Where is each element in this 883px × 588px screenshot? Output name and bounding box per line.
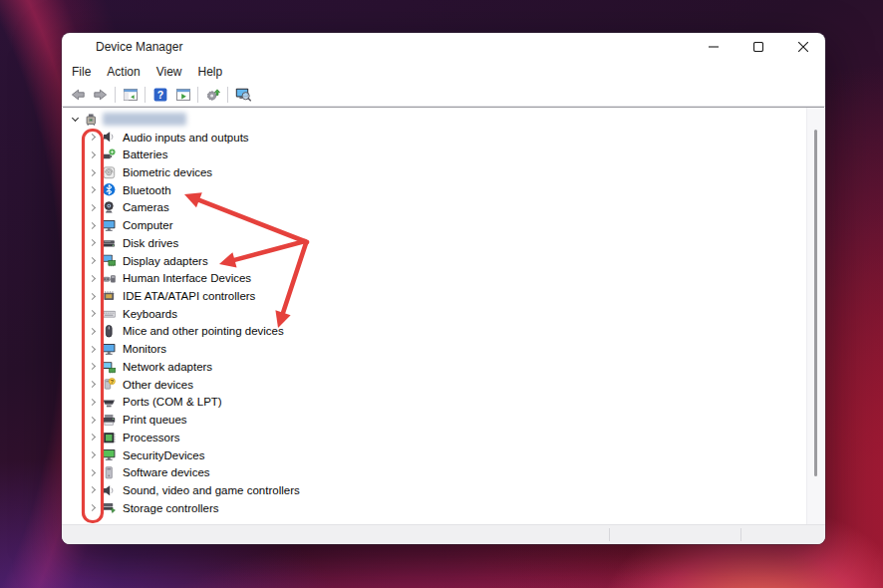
- device-manager-icon: [83, 112, 99, 128]
- tree-item-processors[interactable]: Processors: [63, 429, 806, 446]
- expand-chevron-icon[interactable]: [83, 487, 101, 492]
- scrollbar-thumb[interactable]: [814, 130, 817, 476]
- printer-icon: [101, 412, 117, 428]
- tree-item-monitors[interactable]: Monitors: [63, 340, 806, 358]
- hid-icon: [102, 271, 117, 286]
- disk-icon: [102, 236, 117, 251]
- port-icon: [102, 395, 117, 410]
- expand-chevron-icon[interactable]: [83, 400, 101, 405]
- tree-item-bluetooth[interactable]: Bluetooth: [63, 181, 806, 199]
- expand-chevron-icon[interactable]: [83, 170, 101, 175]
- chip-icon: [102, 289, 117, 304]
- tree-item-batteries[interactable]: Batteries: [63, 146, 806, 163]
- tree-item-storage-controllers[interactable]: Storage controllers: [63, 499, 806, 517]
- tree-item-human-interface-devices[interactable]: Human Interface Devices: [63, 269, 806, 287]
- softbox-icon: [101, 464, 117, 480]
- tree-item-securitydevices[interactable]: SecurityDevices: [63, 446, 806, 464]
- expand-chevron-icon[interactable]: [83, 223, 101, 228]
- tree-item-cameras[interactable]: Cameras: [63, 199, 806, 217]
- menu-bar: FileActionViewHelp: [62, 60, 825, 84]
- menu-item-action[interactable]: Action: [99, 62, 147, 82]
- tree-item-label: Bluetooth: [123, 184, 171, 196]
- desktop-wallpaper: Device Manager FileActionViewHelp ? Audi…: [0, 0, 883, 588]
- tree-item-biometric-devices[interactable]: Biometric devices: [63, 163, 806, 181]
- bluetooth-icon: [102, 182, 117, 197]
- battery-icon: [102, 147, 117, 162]
- network-icon: [102, 360, 117, 375]
- maximize-button[interactable]: [736, 33, 780, 60]
- tree-item-label: Human Interface Devices: [123, 272, 251, 284]
- expand-chevron-icon[interactable]: [83, 205, 101, 210]
- collapse-chevron-icon[interactable]: [67, 118, 83, 121]
- tree-item-label: Monitors: [123, 343, 166, 355]
- expand-chevron-icon[interactable]: [83, 435, 101, 440]
- toolbar-button-show-console-tree[interactable]: [119, 85, 142, 106]
- tree-item-network-adapters[interactable]: Network adapters: [63, 358, 806, 376]
- menu-item-help[interactable]: Help: [190, 62, 231, 82]
- toolbar-button-update-driver[interactable]: [201, 85, 224, 106]
- bluetooth-icon: [101, 182, 117, 198]
- status-bar-divider: [740, 528, 741, 541]
- tree-item-ports-com-lpt[interactable]: Ports (COM & LPT): [63, 394, 806, 412]
- tree-item-software-devices[interactable]: Software devices: [63, 463, 806, 481]
- tree-item-computer[interactable]: Computer: [63, 216, 806, 234]
- toolbar-button-scan-hardware-changes[interactable]: [231, 85, 254, 106]
- toolbar-button-back[interactable]: [66, 85, 89, 106]
- expand-chevron-icon[interactable]: [83, 470, 101, 475]
- svg-text:?: ?: [156, 89, 162, 101]
- tree-item-print-queues[interactable]: Print queues: [63, 411, 806, 429]
- expand-chevron-icon[interactable]: [83, 187, 101, 192]
- tree-item-label: Network adapters: [123, 361, 212, 373]
- tree-item-other-devices[interactable]: ?Other devices: [63, 376, 806, 394]
- status-bar-divider: [609, 528, 610, 541]
- expand-chevron-icon[interactable]: [83, 311, 101, 316]
- menu-item-file[interactable]: File: [64, 62, 99, 82]
- tree-item-label: Print queues: [123, 414, 187, 426]
- tree-item-sound-video-and-game-controllers[interactable]: Sound, video and game controllers: [63, 481, 806, 499]
- toolbar-button-show-properties[interactable]: [171, 85, 194, 106]
- close-button[interactable]: [780, 33, 825, 60]
- tree-root-computer[interactable]: [63, 111, 806, 129]
- menu-item-view[interactable]: View: [148, 62, 190, 82]
- gpu-icon: [102, 253, 117, 268]
- expand-chevron-icon[interactable]: [83, 152, 101, 157]
- gpu-icon: [101, 253, 117, 269]
- tree-item-display-adapters[interactable]: Display adapters: [63, 252, 806, 270]
- tree-item-mice-and-other-pointing-devices[interactable]: Mice and other pointing devices: [63, 323, 806, 341]
- hid-icon: [101, 270, 117, 286]
- expand-chevron-icon[interactable]: [83, 505, 101, 510]
- tree-item-label: Cameras: [123, 201, 169, 213]
- expand-chevron-icon[interactable]: [83, 329, 101, 334]
- tree-item-disk-drives[interactable]: Disk drives: [63, 234, 806, 252]
- tree-item-audio-inputs-and-outputs[interactable]: Audio inputs and outputs: [63, 129, 806, 147]
- mouse-icon: [102, 324, 117, 339]
- expand-chevron-icon[interactable]: [83, 347, 101, 352]
- port-icon: [101, 394, 117, 410]
- fingerprint-icon: [102, 165, 117, 180]
- expand-chevron-icon[interactable]: [83, 258, 101, 263]
- secmonitor-icon: [101, 447, 117, 463]
- speaker-icon: [101, 130, 117, 146]
- expand-chevron-icon[interactable]: [83, 294, 101, 299]
- keyboard-icon: [102, 307, 117, 322]
- expand-chevron-icon[interactable]: [83, 382, 101, 387]
- tree-item-ide-ata-atapi-controllers[interactable]: IDE ATA/ATAPI controllers: [63, 287, 806, 305]
- expand-chevron-icon[interactable]: [83, 276, 101, 281]
- toolbar-separator: [197, 87, 198, 103]
- tree-item-keyboards[interactable]: Keyboards: [63, 305, 806, 323]
- toolbar: ?: [62, 84, 825, 107]
- toolbar-button-help[interactable]: ?: [148, 85, 171, 106]
- tree-item-label: Mice and other pointing devices: [123, 325, 284, 337]
- expand-chevron-icon[interactable]: [83, 452, 101, 457]
- battery-icon: [101, 147, 117, 162]
- device-manager-icon: [73, 39, 88, 54]
- expand-chevron-icon[interactable]: [83, 135, 101, 140]
- scrollbar[interactable]: [806, 108, 824, 524]
- expand-chevron-icon[interactable]: [83, 364, 101, 369]
- minimize-button[interactable]: [691, 33, 736, 60]
- device-tree-area: Audio inputs and outputsBatteriesBiometr…: [63, 107, 824, 524]
- expand-chevron-icon[interactable]: [83, 418, 101, 423]
- scan-hardware-changes-icon: [235, 87, 251, 103]
- expand-chevron-icon[interactable]: [83, 240, 101, 245]
- toolbar-button-forward[interactable]: [89, 85, 112, 106]
